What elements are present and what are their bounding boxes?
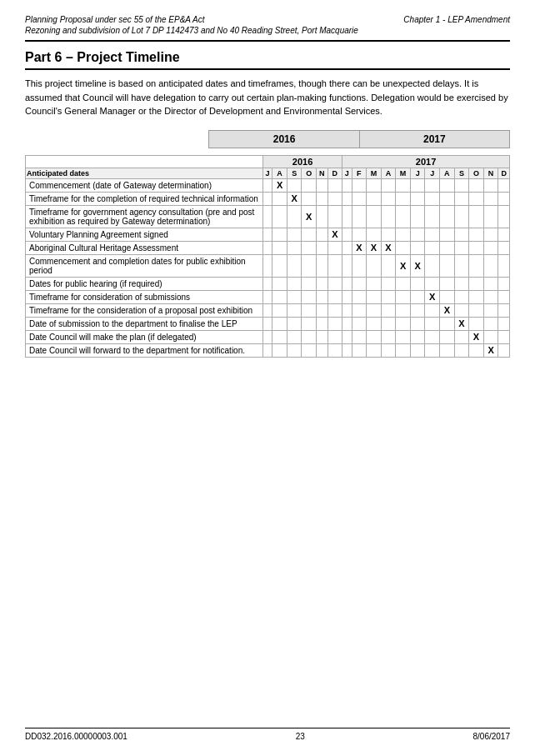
cell-4-2 xyxy=(272,241,288,254)
cell-9-7 xyxy=(342,317,352,330)
col-S2: S xyxy=(454,168,469,178)
cell-2-13 xyxy=(425,205,440,228)
cell-8-6 xyxy=(328,303,342,317)
cell-1-7 xyxy=(342,192,352,205)
cell-11-17: X xyxy=(483,343,498,357)
cell-10-6 xyxy=(328,330,342,343)
cell-7-5 xyxy=(317,290,328,303)
cell-10-16: X xyxy=(469,330,484,343)
year-2016-header: 2016 xyxy=(209,130,359,148)
cell-1-16 xyxy=(469,192,484,205)
year-2017-header: 2017 xyxy=(359,130,509,148)
year-header-bar: 2016 2017 xyxy=(25,130,510,148)
table-row: Date Council will make the plan (if dele… xyxy=(26,330,510,343)
row-label-8: Timeframe for the consideration of a pro… xyxy=(26,303,263,317)
cell-8-15 xyxy=(454,303,469,317)
cell-6-6 xyxy=(328,277,342,290)
anticipated-dates-header: Anticipated dates xyxy=(26,168,263,178)
cell-0-16 xyxy=(469,178,484,192)
cell-9-17 xyxy=(483,317,498,330)
cell-3-11 xyxy=(396,228,411,241)
cell-4-10: X xyxy=(381,241,396,254)
cell-8-14: X xyxy=(440,303,455,317)
cell-6-4 xyxy=(302,277,317,290)
page-footer: DD032.2016.00000003.001 23 8/06/2017 xyxy=(25,728,510,741)
col-J1: J xyxy=(262,168,272,178)
cell-5-13 xyxy=(425,254,440,277)
cell-8-3 xyxy=(287,303,302,317)
col-M3: M xyxy=(396,168,411,178)
cell-6-11 xyxy=(396,277,411,290)
cell-9-14 xyxy=(440,317,455,330)
cell-10-11 xyxy=(396,330,411,343)
cell-5-2 xyxy=(272,254,288,277)
cell-5-6 xyxy=(328,254,342,277)
year-group-2016: 2016 xyxy=(262,155,342,168)
cell-3-7 xyxy=(342,228,352,241)
table-row: Timeframe for the consideration of a pro… xyxy=(26,303,510,317)
year-group-2017: 2017 xyxy=(342,155,510,168)
cell-4-17 xyxy=(483,241,498,254)
cell-2-12 xyxy=(410,205,425,228)
cell-7-15 xyxy=(454,290,469,303)
cell-8-1 xyxy=(262,303,272,317)
table-row: Date Council will forward to the departm… xyxy=(26,343,510,357)
cell-5-4 xyxy=(302,254,317,277)
cell-6-1 xyxy=(262,277,272,290)
footer-left: DD032.2016.00000003.001 xyxy=(25,732,128,741)
cell-8-8 xyxy=(352,303,367,317)
table-row: Commencement and completion dates for pu… xyxy=(26,254,510,277)
cell-11-2 xyxy=(272,343,288,357)
cell-9-16 xyxy=(469,317,484,330)
col-A2: A xyxy=(381,168,396,178)
row-label-5: Commencement and completion dates for pu… xyxy=(26,254,263,277)
cell-0-15 xyxy=(454,178,469,192)
cell-1-17 xyxy=(483,192,498,205)
cell-0-12 xyxy=(410,178,425,192)
part-title: Part 6 – Project Timeline xyxy=(25,50,510,70)
cell-9-12 xyxy=(410,317,425,330)
cell-2-4: X xyxy=(302,205,317,228)
col-O1: O xyxy=(302,168,317,178)
cell-2-16 xyxy=(469,205,484,228)
cell-10-17 xyxy=(483,330,498,343)
table-row: Timeframe for consideration of submissio… xyxy=(26,290,510,303)
cell-7-16 xyxy=(469,290,484,303)
cell-0-6 xyxy=(328,178,342,192)
cell-0-8 xyxy=(352,178,367,192)
header-divider xyxy=(25,40,510,42)
cell-3-18 xyxy=(498,228,510,241)
cell-10-3 xyxy=(287,330,302,343)
header-right-italic: Chapter 1 - LEP Amendment xyxy=(403,15,510,24)
col-A1: A xyxy=(272,168,288,178)
cell-11-8 xyxy=(352,343,367,357)
cell-5-18 xyxy=(498,254,510,277)
row-label-0: Commencement (date of Gateway determinat… xyxy=(26,178,263,192)
cell-3-3 xyxy=(287,228,302,241)
col-N2: N xyxy=(483,168,498,178)
cell-3-14 xyxy=(440,228,455,241)
cell-6-8 xyxy=(352,277,367,290)
cell-6-18 xyxy=(498,277,510,290)
cell-10-7 xyxy=(342,330,352,343)
cell-1-11 xyxy=(396,192,411,205)
cell-2-11 xyxy=(396,205,411,228)
cell-10-2 xyxy=(272,330,288,343)
cell-6-14 xyxy=(440,277,455,290)
cell-5-11: X xyxy=(396,254,411,277)
row-label-9: Date of submission to the department to … xyxy=(26,317,263,330)
col-S1: S xyxy=(287,168,302,178)
cell-7-1 xyxy=(262,290,272,303)
cell-2-7 xyxy=(342,205,352,228)
cell-4-1 xyxy=(262,241,272,254)
col-J3: J xyxy=(410,168,425,178)
cell-9-11 xyxy=(396,317,411,330)
cell-6-3 xyxy=(287,277,302,290)
cell-1-8 xyxy=(352,192,367,205)
cell-1-2 xyxy=(272,192,288,205)
cell-3-13 xyxy=(425,228,440,241)
table-row: Timeframe for the completion of required… xyxy=(26,192,510,205)
cell-3-1 xyxy=(262,228,272,241)
cell-11-4 xyxy=(302,343,317,357)
cell-1-1 xyxy=(262,192,272,205)
